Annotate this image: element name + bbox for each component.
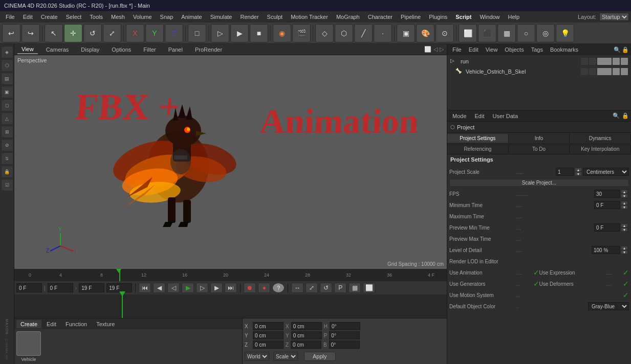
cube-wire[interactable]: ▦ <box>497 24 516 42</box>
obj-menu-edit[interactable]: Edit <box>466 46 482 54</box>
use-def-check[interactable]: ✓ <box>623 280 629 288</box>
left-icon-11[interactable]: ☑ <box>1 179 13 191</box>
lod-up[interactable]: ▲ <box>621 246 628 250</box>
expand-btn[interactable]: ⬜ <box>363 283 375 293</box>
undo-btn[interactable]: ↩ <box>2 24 20 42</box>
left-icon-3[interactable]: ▤ <box>1 73 13 85</box>
object-vehicle-row[interactable]: 🦴 Vehicle_Ostrich_B_Skel <box>449 66 629 77</box>
prev-key-btn[interactable]: ◁ <box>167 283 180 293</box>
play-btn[interactable]: ▷ <box>211 24 229 42</box>
min-time-up[interactable]: ▲ <box>621 201 628 205</box>
move-key-btn[interactable]: ↔ <box>291 283 303 293</box>
menu-motion-tracker[interactable]: Motion Tracker <box>287 13 332 21</box>
multi-btn[interactable]: ▦ <box>349 283 361 293</box>
vehicle-ctrl-4[interactable] <box>613 68 620 75</box>
left-icon-5[interactable]: ◻ <box>1 99 13 111</box>
select-tool[interactable]: ↖ <box>45 24 63 42</box>
menu-script[interactable]: Script <box>452 13 475 21</box>
end-frame-input[interactable] <box>79 283 104 292</box>
proj-scale-spinner[interactable]: ▲ ▼ <box>575 168 582 176</box>
menu-mograph[interactable]: MoGraph <box>333 13 363 21</box>
h-input[interactable] <box>330 322 360 330</box>
tab-info[interactable]: Info <box>509 134 570 143</box>
props-lock-icon[interactable]: 🔒 <box>622 112 629 119</box>
run-ctrl-4[interactable] <box>613 58 620 65</box>
vtab-options[interactable]: Options <box>107 46 135 54</box>
edge-mode[interactable]: ╱ <box>354 24 373 42</box>
use-expr-check[interactable]: ✓ <box>623 268 629 277</box>
start-frame-input[interactable] <box>48 283 73 292</box>
menu-sculpt[interactable]: Sculpt <box>264 13 287 21</box>
current-frame-input[interactable] <box>16 283 42 292</box>
mat-tab-edit[interactable]: Edit <box>42 320 60 328</box>
render-view[interactable]: 🎬 <box>292 24 311 42</box>
left-icon-10[interactable]: 🔒 <box>1 166 13 178</box>
y-size-input[interactable] <box>291 331 322 339</box>
rotate-tool[interactable]: ↺ <box>83 24 102 42</box>
cube-fill[interactable]: ⬛ <box>478 24 496 42</box>
viewport-icon-1[interactable]: ⬜ <box>424 46 431 53</box>
lod-spinner[interactable]: ▲ ▼ <box>621 246 628 254</box>
left-icon-1[interactable]: ◈ <box>1 46 13 58</box>
z-axis[interactable]: Z <box>165 24 183 42</box>
apply-button[interactable]: Apply <box>304 352 336 361</box>
scale-project-btn[interactable]: Scale Project... <box>449 179 629 187</box>
proj-scale-down[interactable]: ▼ <box>575 172 582 176</box>
subtab-todo[interactable]: To Do <box>509 145 570 153</box>
left-icon-8[interactable]: ⊘ <box>1 139 13 151</box>
use-gen-check[interactable]: ✓ <box>533 280 539 288</box>
menu-mesh[interactable]: Mesh <box>107 13 128 21</box>
menu-render[interactable]: Render <box>236 13 262 21</box>
play-forward[interactable]: ▶ <box>230 24 249 42</box>
vehicle-ctrl-2[interactable] <box>589 68 596 75</box>
goto-end-btn[interactable]: ⏭ <box>225 283 237 293</box>
menu-window[interactable]: Window <box>476 13 503 21</box>
vtab-filter[interactable]: Filter <box>139 46 160 54</box>
props-menu-mode[interactable]: Mode <box>449 112 470 120</box>
vtab-panel[interactable]: Panel <box>164 46 187 54</box>
left-icon-2[interactable]: ⬡ <box>1 59 13 72</box>
menu-help[interactable]: Help <box>505 13 524 21</box>
viewport-icon-3[interactable]: ▷ <box>440 46 444 53</box>
timeline-ruler[interactable]: 0 4 8 12 16 20 24 28 32 36 4 F <box>14 269 447 281</box>
world-select[interactable]: World <box>245 352 269 361</box>
obj-menu-objects[interactable]: Objects <box>502 46 527 54</box>
min-time-down[interactable]: ▼ <box>621 205 628 209</box>
prev-min-up[interactable]: ▲ <box>621 223 628 228</box>
fps-input[interactable] <box>594 190 620 198</box>
fps-down[interactable]: ▼ <box>621 194 628 198</box>
p-input[interactable] <box>329 331 360 339</box>
mat-tab-create[interactable]: Create <box>16 320 41 328</box>
mat-tab-function[interactable]: Function <box>61 320 91 328</box>
prev-min-down[interactable]: ▼ <box>621 228 628 232</box>
proj-scale-input[interactable] <box>556 168 574 176</box>
subtab-referencing[interactable]: Referencing <box>447 145 509 153</box>
vehicle-ctrl-1[interactable] <box>581 68 588 75</box>
left-icon-9[interactable]: S <box>1 152 13 165</box>
b-input[interactable] <box>329 340 360 349</box>
prev-frame-btn[interactable]: ◀ <box>153 283 165 293</box>
camera-btn[interactable]: ◎ <box>536 24 555 42</box>
sphere-btn[interactable]: ○ <box>517 24 535 42</box>
render-active[interactable]: ◉ <box>273 24 291 42</box>
menu-tools[interactable]: Tools <box>86 13 106 21</box>
move-tool[interactable]: ✛ <box>64 24 82 42</box>
rotate-key-btn[interactable]: ↺ <box>320 283 332 293</box>
props-search-icon[interactable]: 🔍 <box>613 112 620 119</box>
menu-snap[interactable]: Snap <box>157 13 177 21</box>
goto-start-btn[interactable]: ⏮ <box>139 283 151 293</box>
proj-scale-up[interactable]: ▲ <box>575 168 582 172</box>
obj-menu-file[interactable]: File <box>449 46 465 54</box>
vtab-view[interactable]: View <box>17 45 38 54</box>
scale-select[interactable]: Scale <box>273 352 298 361</box>
vtab-cameras[interactable]: Cameras <box>42 46 73 54</box>
end-frame-input2[interactable] <box>106 283 132 292</box>
menu-create[interactable]: Create <box>37 13 61 21</box>
run-ctrl-1[interactable] <box>581 58 588 65</box>
scale-tool[interactable]: ⤢ <box>103 24 121 42</box>
material-item[interactable]: Vehicle <box>16 331 41 362</box>
x-axis[interactable]: X <box>126 24 144 42</box>
left-icon-7[interactable]: ⊞ <box>1 126 13 138</box>
param-btn[interactable]: P <box>334 283 346 293</box>
timeline-track[interactable] <box>14 294 447 318</box>
